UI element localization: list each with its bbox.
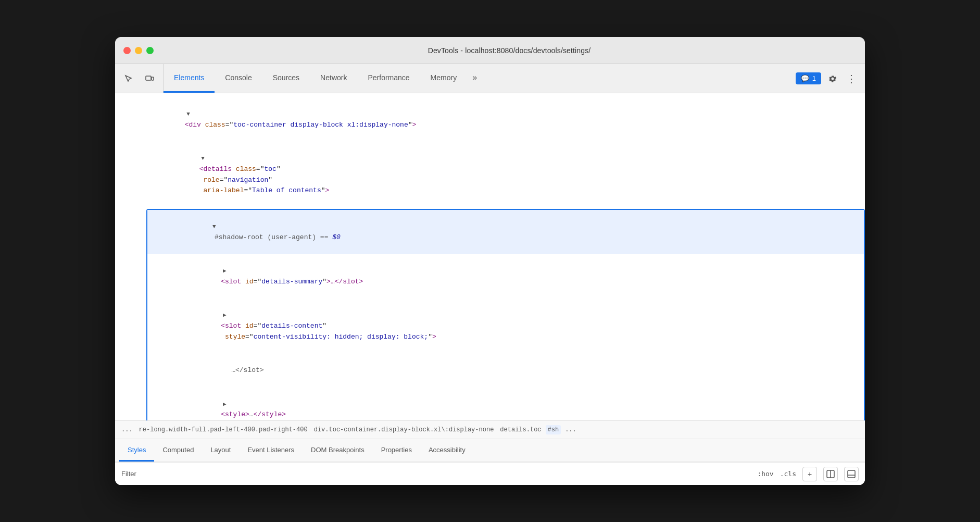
tab-network[interactable]: Network <box>310 64 357 93</box>
dom-line-details-toc[interactable]: <details class="toc" role="navigation" a… <box>115 142 865 208</box>
triangle-shadow-root[interactable] <box>210 221 218 232</box>
elements-panel: <div class="toc-container display-block … <box>115 93 865 485</box>
triangle-slot2[interactable] <box>221 310 228 321</box>
layout-button[interactable] <box>823 467 838 481</box>
tab-sources[interactable]: Sources <box>262 64 310 93</box>
dom-line-div-toc[interactable]: <div class="toc-container display-block … <box>115 97 865 142</box>
tab-icon-buttons <box>115 64 164 93</box>
maximize-button[interactable] <box>146 47 154 54</box>
bottom-tab-properties[interactable]: Properties <box>373 439 420 462</box>
svg-rect-0 <box>146 76 151 80</box>
notification-button[interactable]: 💬 1 <box>796 72 821 84</box>
tab-elements[interactable]: Elements <box>164 64 215 93</box>
breadcrumb-item-2[interactable]: details.toc <box>498 425 543 434</box>
dock-icon <box>847 470 856 478</box>
tab-more[interactable]: » <box>467 64 482 93</box>
svg-rect-4 <box>848 470 855 478</box>
minimize-button[interactable] <box>135 47 142 54</box>
triangle-details[interactable] <box>199 153 207 164</box>
devtools-window: DevTools - localhost:8080/docs/devtools/… <box>115 37 865 485</box>
traffic-lights <box>123 47 154 54</box>
main-tabs: Elements Console Sources Network Perform… <box>164 64 789 93</box>
cls-button[interactable]: .cls <box>780 470 796 478</box>
breadcrumb-ellipsis: ... <box>121 426 133 433</box>
layout-icon <box>826 470 835 478</box>
svg-rect-1 <box>152 77 154 80</box>
devtools-panel: Elements Console Sources Network Perform… <box>115 64 865 485</box>
dom-line-slot-content-close[interactable]: …</slot> <box>147 354 864 387</box>
dom-line-style[interactable]: <style>…</style> <box>147 388 864 420</box>
breadcrumb-item-1[interactable]: div.toc-container.display-block.xl\:disp… <box>312 425 496 434</box>
triangle-div-toc[interactable] <box>185 109 192 120</box>
breadcrumb-item-3[interactable]: #sh <box>546 425 561 434</box>
filter-actions: :hov .cls + <box>757 467 859 481</box>
bottom-tab-event-listeners[interactable]: Event Listeners <box>239 439 303 462</box>
bottom-panel-tabs: Styles Computed Layout Event Listeners D… <box>115 439 865 462</box>
dom-line-slot-content[interactable]: <slot id="details-content" style="conten… <box>147 299 864 354</box>
hov-button[interactable]: :hov <box>757 470 773 478</box>
cursor-icon[interactable] <box>121 71 136 86</box>
tab-performance[interactable]: Performance <box>357 64 420 93</box>
breadcrumb-bar: ... re-long.width-full.pad-left-400.pad-… <box>115 420 865 439</box>
dom-line-slot-summary[interactable]: <slot id="details-summary">…</slot> <box>147 254 864 299</box>
close-button[interactable] <box>123 47 131 54</box>
kebab-button[interactable]: ⋮ <box>844 71 859 86</box>
triangle-style[interactable] <box>221 399 228 410</box>
bottom-tab-accessibility[interactable]: Accessibility <box>420 439 474 462</box>
bottom-tab-computed[interactable]: Computed <box>154 439 202 462</box>
dock-button[interactable] <box>844 467 859 481</box>
tabs-bar: Elements Console Sources Network Perform… <box>115 64 865 93</box>
tabs-right-actions: 💬 1 ⋮ <box>789 64 865 93</box>
shadow-root-container: #shadow-root (user-agent) == $0 <slot id… <box>146 209 865 420</box>
notification-icon: 💬 <box>801 74 809 82</box>
bottom-tab-layout[interactable]: Layout <box>202 439 239 462</box>
breadcrumb-item-dots[interactable]: ... <box>563 425 579 434</box>
window-title: DevTools - localhost:8080/docs/devtools/… <box>162 46 857 55</box>
breadcrumb-item-0[interactable]: re-long.width-full.pad-left-400.pad-righ… <box>137 425 310 434</box>
filter-bar: Filter :hov .cls + <box>115 462 865 485</box>
bottom-tab-dom-breakpoints[interactable]: DOM Breakpoints <box>303 439 373 462</box>
plus-button[interactable]: + <box>802 467 817 481</box>
device-icon[interactable] <box>142 71 157 86</box>
filter-label: Filter <box>121 470 136 478</box>
dom-tree[interactable]: <div class="toc-container display-block … <box>115 93 865 420</box>
tab-memory[interactable]: Memory <box>420 64 468 93</box>
bottom-tab-styles[interactable]: Styles <box>119 439 154 462</box>
settings-button[interactable] <box>825 71 840 86</box>
titlebar: DevTools - localhost:8080/docs/devtools/… <box>115 37 865 64</box>
shadow-root-header[interactable]: #shadow-root (user-agent) == $0 <box>147 210 864 254</box>
triangle-slot1[interactable] <box>221 266 228 277</box>
tab-console[interactable]: Console <box>215 64 262 93</box>
notification-count: 1 <box>812 74 816 82</box>
